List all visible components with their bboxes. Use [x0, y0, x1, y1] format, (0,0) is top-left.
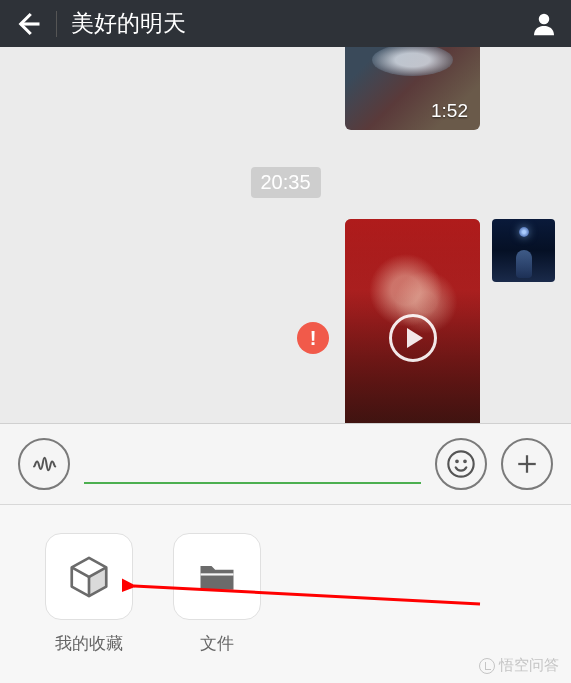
sound-wave-icon [29, 449, 59, 479]
folder-icon [195, 555, 239, 599]
chat-messages-area[interactable]: 1:52 20:35 ! 7:08 [0, 47, 571, 423]
video-duration: 1:52 [431, 100, 468, 122]
profile-icon[interactable] [529, 9, 559, 39]
video-message-1[interactable]: 1:52 [345, 47, 480, 130]
chat-title: 美好的明天 [71, 8, 529, 39]
svg-rect-7 [201, 573, 234, 575]
attachment-label: 文件 [200, 632, 234, 655]
back-icon[interactable] [12, 9, 42, 39]
plus-icon [512, 449, 542, 479]
attachment-label: 我的收藏 [55, 632, 123, 655]
emoji-button[interactable] [435, 438, 487, 490]
file-attachment[interactable]: 文件 [173, 533, 261, 655]
header-divider [56, 11, 57, 37]
more-button[interactable] [501, 438, 553, 490]
svg-point-2 [448, 451, 473, 476]
send-error-icon[interactable]: ! [297, 322, 329, 354]
play-icon [389, 314, 437, 362]
cube-icon [66, 554, 112, 600]
favorites-attachment[interactable]: 我的收藏 [45, 533, 133, 655]
input-toolbar [0, 423, 571, 505]
svg-point-4 [464, 461, 466, 463]
svg-point-1 [539, 13, 550, 24]
smile-icon [445, 448, 477, 480]
video-message-2[interactable]: 7:08 [345, 219, 480, 423]
attachment-panel: 我的收藏 文件 [0, 505, 571, 683]
message-input[interactable] [84, 444, 421, 484]
timestamp-badge: 20:35 [250, 167, 320, 198]
chat-header: 美好的明天 [0, 0, 571, 47]
voice-input-button[interactable] [18, 438, 70, 490]
svg-point-3 [456, 461, 458, 463]
sender-avatar[interactable] [492, 219, 555, 282]
